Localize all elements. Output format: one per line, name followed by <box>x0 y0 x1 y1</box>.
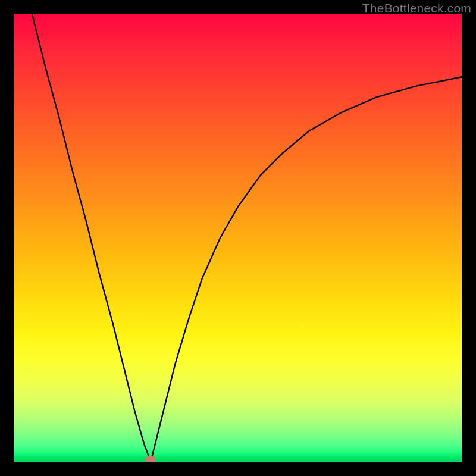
trough-marker <box>145 456 156 462</box>
chart-background-gradient <box>14 14 462 462</box>
chart-frame <box>14 14 462 462</box>
watermark-text: TheBottleneck.com <box>362 1 471 15</box>
